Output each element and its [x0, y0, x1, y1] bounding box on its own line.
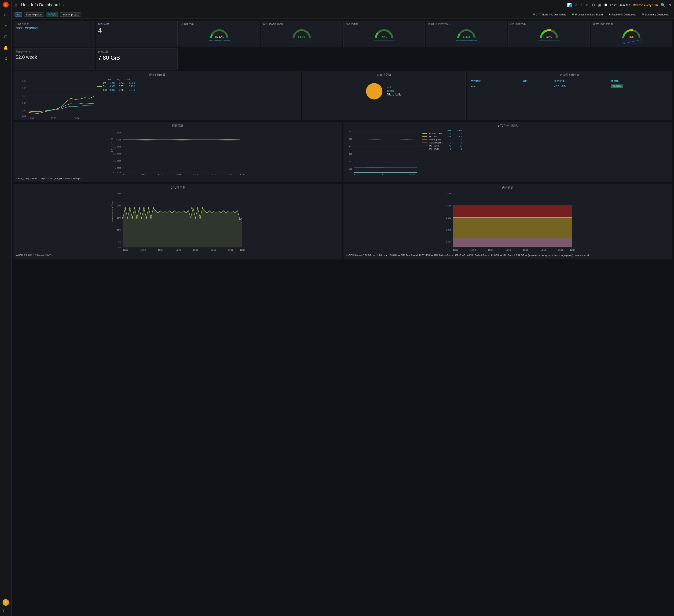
search-icon[interactable]: 🔍 — [661, 3, 665, 7]
mem-chart-svg: 9 GiB 7 GiB 6 GiB 4 GiB 2 GiB 0 B 15:00 … — [346, 191, 670, 252]
mem-chart-panel: 内存信息 9 GiB 7 GiB 6 GiB 4 GiB 2 GiB 0 B — [344, 184, 672, 259]
svg-text:15:14: 15:14 — [240, 173, 245, 176]
sidebar-item-grid[interactable]: ⊡ — [3, 33, 9, 40]
tcp-chart-content: 600 500 400 300 200 100 0 15:00 15:05 15… — [346, 129, 670, 176]
hostname-value: host_exporter — [16, 26, 93, 30]
svg-text:10%: 10% — [117, 229, 121, 231]
chart-icon[interactable]: 📊 — [567, 3, 572, 7]
svg-text:1.0 kbps: 1.0 kbps — [113, 131, 121, 134]
svg-text:15:10: 15:10 — [211, 249, 216, 251]
nav-link-process[interactable]: ⊞ Process Info Dashboard — [570, 12, 605, 16]
svg-text:0.25: 0.25 — [22, 115, 26, 117]
disk-title: 磁盘总空间 — [304, 73, 464, 77]
filter-node-select[interactable]: node-0-ip:1920 — [60, 12, 81, 17]
svg-text:56%: 56% — [546, 35, 552, 38]
col-max: max — [103, 78, 111, 81]
svg-text:15:10: 15:10 — [541, 249, 546, 251]
svg-text:15:05: 15:05 — [51, 117, 56, 119]
svg-text:1.25: 1.25 — [22, 87, 26, 89]
sidebar-item-settings[interactable]: ⚙ — [3, 55, 9, 62]
cpu-chart-panel: CPU使用率 cpu use percent / min 25% 20% 15%… — [14, 184, 342, 259]
tv-icon[interactable]: 🖥 — [585, 3, 589, 7]
mem-total-value: 7.80 GiB — [98, 55, 175, 61]
svg-text:5%: 5% — [118, 241, 121, 243]
svg-text:15:04: 15:04 — [488, 249, 493, 251]
sidebar-item-search[interactable]: + — [3, 22, 8, 29]
stat-cpu-usage: CPU使用率 15 — [179, 21, 260, 47]
tcp-chart-svg: 600 500 400 300 200 100 0 15:00 15:05 15… — [346, 129, 421, 176]
svg-text:-5.0 kbps: -5.0 kbps — [113, 171, 121, 174]
cpu-usage-label: CPU使用率 — [181, 22, 258, 26]
svg-text:15.47%: 15.47% — [215, 35, 224, 38]
refresh-rate-label[interactable]: Refresh every 15m — [633, 3, 658, 7]
svg-text:400: 400 — [349, 145, 352, 148]
dashboard-title: Host Info Dashboard — [21, 3, 60, 7]
dropdown-arrow: ▾ — [63, 3, 64, 7]
nav-link-cita[interactable]: ⊞ CITA Node Info Dashboard — [531, 12, 568, 16]
svg-text:7 GiB: 7 GiB — [446, 205, 451, 207]
mem-usage-gauge: 23% — [345, 27, 423, 42]
cpu-iowait-gauge: 0.05% — [263, 27, 340, 42]
mem-total-label: 内存总量 — [98, 50, 175, 54]
svg-point-97 — [191, 207, 193, 209]
monitor-icon[interactable]: ▣ — [598, 3, 601, 7]
svg-text:15:00: 15:00 — [354, 173, 359, 176]
time-range-label[interactable]: Last 15 minutes — [610, 3, 630, 7]
svg-text:200: 200 — [349, 160, 352, 163]
sidebar-item-alerts[interactable]: 🔔 — [2, 44, 10, 51]
grafana-logo[interactable]: G — [3, 2, 9, 7]
nav-bar: job host_exporter 采集点 node-0-ip:1920 ⊞ C… — [12, 10, 674, 19]
tcp-chart-title: TCP 连接情况 — [500, 124, 518, 128]
svg-text:15:12: 15:12 — [228, 173, 234, 176]
settings-icon[interactable]: ⚙ — [592, 3, 595, 7]
load-chart-svg: 1.50 1.25 1.00 0.75 0.50 0.25 15:00 15:0… — [16, 78, 95, 118]
max-disk-label: 最大分区(/)使用率 — [593, 22, 670, 26]
svg-text:0.75: 0.75 — [22, 102, 26, 104]
mem-legend: 总内存 Current: 7.80 GiB 已用 Current: 1.78 G… — [346, 254, 670, 257]
cpu-cores-label: CPU 核数 — [98, 22, 175, 26]
share-icon[interactable]: ⤴ — [581, 3, 582, 7]
header-right: 📊 ☆ ⤴ 🖥 ⚙ ▣ 🕐 Last 15 minutes Refresh ev… — [567, 3, 671, 7]
svg-text:15:00: 15:00 — [453, 249, 458, 251]
svg-text:15:06: 15:06 — [176, 249, 181, 251]
fs-table: 文件系统 分区 可用空间 使用率 ext4 / 43.61 GiB 50.53% — [469, 78, 670, 89]
svg-text:15:14: 15:14 — [570, 249, 575, 251]
nav-link-rabbitmq[interactable]: ⊞ RabbitMQ Dashboard — [606, 12, 638, 16]
svg-text:0.05%: 0.05% — [298, 35, 305, 38]
disk-current-label: current — [387, 90, 402, 92]
nav-link-summary[interactable]: ⊞ Summary Dashboard — [640, 12, 671, 16]
svg-text:4 GiB: 4 GiB — [446, 229, 451, 231]
svg-text:0%: 0% — [118, 246, 121, 248]
svg-text:15:08: 15:08 — [193, 249, 199, 251]
mem-chart-title: 内存信息 — [346, 186, 670, 190]
svg-text:15:00: 15:00 — [123, 249, 128, 251]
disk-panel: 磁盘总空间 — / current 98.3 GiB — [302, 71, 466, 120]
disk-current-value: 98.3 GiB — [387, 92, 402, 96]
filter-job-select[interactable]: host_exporter — [24, 12, 44, 17]
stat-max-disk: 最大分区(/)使用率 56% — [591, 21, 672, 47]
svg-text:15:06: 15:06 — [176, 173, 181, 176]
charts-row2: 网络流量 上传（↑）/ 下载（↓） 1.0 kbps 0 bps -1.0 kb… — [14, 122, 672, 182]
svg-text:15:06: 15:06 — [505, 249, 511, 251]
svg-text:15:10: 15:10 — [410, 173, 415, 176]
svg-text:20%: 20% — [117, 205, 121, 207]
fs-row-usage: 50.53% — [611, 85, 623, 88]
sidebar-item-dashboards[interactable]: ⊞ — [3, 11, 9, 18]
svg-text:-3.0 kbps: -3.0 kbps — [113, 160, 121, 162]
legend-mem-free: 内存_Free Current: 227.71 MiB — [398, 254, 430, 257]
network-chart-title: 网络流量 — [16, 124, 340, 128]
disk-info: — / current 98.3 GiB — [304, 78, 464, 104]
cpu-chart-svg: cpu use percent / min 25% 20% 15% 10% 5%… — [16, 191, 340, 252]
cpu-usage-gauge: 15.47% — [181, 27, 258, 42]
legend-mem-instance: {instance="node-0-ip:1920",job="host_exp… — [526, 254, 590, 257]
network-legend: eth0_in下载 Current: 272 bps eth0_out上传 Cu… — [16, 177, 340, 180]
svg-text:500: 500 — [349, 138, 352, 140]
legend-mem-avail: 可用 Current: 6.01 GiB — [500, 254, 524, 257]
legend-eth0-in: eth0_in下载 Current: 272 bps — [16, 177, 45, 180]
fs-row-free: 43.61 GiB — [553, 84, 609, 89]
fs-title: 各分区可用空间 — [469, 73, 670, 77]
stat-mem-total: 内存总量 7.80 GiB — [96, 48, 178, 70]
star-icon[interactable]: ☆ — [574, 3, 578, 7]
refresh-icon[interactable]: ↻ — [668, 3, 671, 7]
cpu-legend: CPU 使用率/每分钟 Current: 15.47% — [16, 254, 340, 257]
